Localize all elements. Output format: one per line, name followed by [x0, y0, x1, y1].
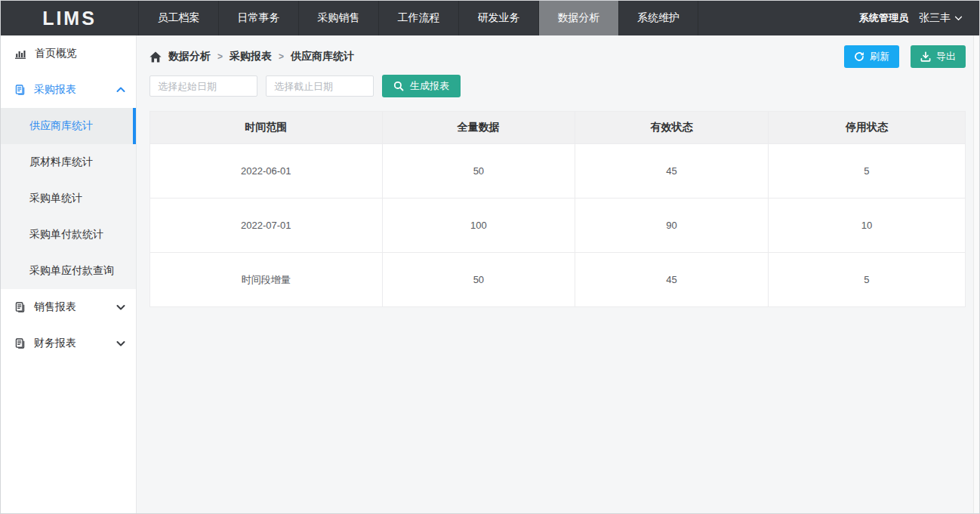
table-cell: 50: [383, 253, 576, 306]
purchase-reports-submenu: 供应商库统计 原材料库统计 采购单统计 采购单付款统计 采购单应付款查询: [1, 108, 136, 289]
export-button[interactable]: 导出: [911, 45, 966, 68]
generate-report-label: 生成报表: [410, 79, 449, 93]
nav-tab-system-maintenance[interactable]: 系统维护: [618, 1, 698, 35]
breadcrumb: 数据分析 > 采购报表 > 供应商库统计: [149, 50, 354, 63]
breadcrumb-separator: >: [279, 51, 284, 62]
sidebar-subitem-purchase-order-stats[interactable]: 采购单统计: [1, 180, 136, 217]
nav-tab-purchase-sales[interactable]: 采购销售: [298, 1, 378, 35]
bar-chart-icon: [14, 48, 26, 60]
user-role-label: 系统管理员: [859, 11, 908, 25]
nav-tab-workflow[interactable]: 工作流程: [378, 1, 458, 35]
chevron-down-icon: [116, 304, 125, 310]
nav-tab-employee-files[interactable]: 员工档案: [138, 1, 218, 35]
end-date-input[interactable]: [266, 75, 374, 97]
sidebar-item-finance-reports[interactable]: 财务报表: [1, 325, 136, 362]
app-logo: LIMS: [1, 1, 138, 35]
table-cell: 45: [575, 144, 769, 198]
nav-tabs: 员工档案 日常事务 采购销售 工作流程 研发业务 数据分析 系统维护: [138, 1, 698, 35]
report-table: 时间范围 全量数据 有效状态 停用状态 2022-06-01 50 45 5 2…: [149, 111, 966, 307]
sidebar-item-label: 首页概览: [35, 47, 77, 60]
top-navbar: LIMS 员工档案 日常事务 采购销售 工作流程 研发业务 数据分析 系统维护 …: [1, 1, 979, 35]
table-cell: 2022-06-01: [150, 144, 383, 198]
home-icon[interactable]: [149, 51, 162, 63]
refresh-button[interactable]: 刷新: [844, 45, 899, 68]
sidebar-item-home-overview[interactable]: 首页概览: [1, 35, 136, 72]
breadcrumb-item[interactable]: 数据分析: [168, 50, 211, 63]
filter-bar: 生成报表: [149, 75, 966, 97]
table-cell: 10: [769, 199, 965, 252]
table-row: 时间段增量 50 45 5: [150, 252, 965, 306]
export-label: 导出: [936, 50, 956, 63]
table-cell: 5: [769, 253, 965, 306]
table-cell: 2022-07-01: [150, 199, 383, 252]
sidebar-item-label: 销售报表: [34, 300, 76, 314]
nav-tab-data-analysis[interactable]: 数据分析: [538, 1, 618, 35]
table-header-cell: 全量数据: [383, 112, 576, 143]
refresh-label: 刷新: [870, 50, 889, 63]
report-doc-icon: [14, 337, 26, 349]
breadcrumb-item-current: 供应商库统计: [291, 50, 354, 63]
sidebar-subitem-purchase-order-payment-stats[interactable]: 采购单付款统计: [1, 217, 136, 253]
sidebar-item-sales-reports[interactable]: 销售报表: [1, 289, 136, 325]
nav-tab-daily-affairs[interactable]: 日常事务: [218, 1, 298, 35]
chevron-up-icon: [116, 87, 125, 93]
sidebar-subitem-purchase-order-payable-query[interactable]: 采购单应付款查询: [1, 253, 136, 289]
chevron-down-icon: [116, 340, 125, 346]
table-header-cell: 时间范围: [150, 112, 383, 143]
table-row: 2022-06-01 50 45 5: [150, 143, 965, 198]
sidebar: 首页概览 采购报表 供应商库统计 原材料库统计 采购单统计 采购单付款统计 采购…: [1, 35, 137, 513]
table-cell: 时间段增量: [150, 253, 383, 306]
search-icon: [393, 81, 404, 91]
chevron-down-icon: [954, 16, 963, 21]
user-name-label: 张三丰: [919, 11, 951, 25]
user-area: 系统管理员 张三丰: [859, 1, 979, 35]
table-cell: 45: [575, 253, 769, 306]
refresh-icon: [854, 51, 864, 62]
scrollbar-track[interactable]: [973, 35, 979, 513]
generate-report-button[interactable]: 生成报表: [382, 75, 461, 97]
nav-tab-rd-business[interactable]: 研发业务: [458, 1, 538, 35]
table-row: 2022-07-01 100 90 10: [150, 198, 965, 252]
sidebar-item-label: 采购报表: [34, 83, 76, 97]
table-header-cell: 停用状态: [769, 112, 965, 143]
sidebar-subitem-supplier-stats[interactable]: 供应商库统计: [1, 108, 136, 144]
report-doc-icon: [14, 301, 26, 313]
sidebar-subitem-raw-material-stats[interactable]: 原材料库统计: [1, 144, 136, 180]
start-date-input[interactable]: [149, 75, 257, 97]
user-menu[interactable]: 张三丰: [919, 11, 963, 25]
app-window: LIMS 员工档案 日常事务 采购销售 工作流程 研发业务 数据分析 系统维护 …: [0, 0, 980, 514]
table-cell: 90: [575, 199, 769, 252]
report-doc-icon: [14, 84, 26, 96]
table-cell: 50: [383, 144, 576, 198]
table-cell: 5: [769, 144, 965, 198]
sidebar-item-purchase-reports[interactable]: 采购报表: [1, 72, 136, 108]
breadcrumb-separator: >: [217, 51, 223, 62]
table-header-row: 时间范围 全量数据 有效状态 停用状态: [150, 112, 965, 143]
main-content: 数据分析 > 采购报表 > 供应商库统计 刷新: [137, 35, 973, 513]
sidebar-item-label: 财务报表: [34, 337, 76, 350]
breadcrumb-item[interactable]: 采购报表: [230, 50, 272, 63]
download-icon: [920, 51, 931, 62]
table-cell: 100: [383, 199, 576, 252]
table-header-cell: 有效状态: [575, 112, 769, 143]
